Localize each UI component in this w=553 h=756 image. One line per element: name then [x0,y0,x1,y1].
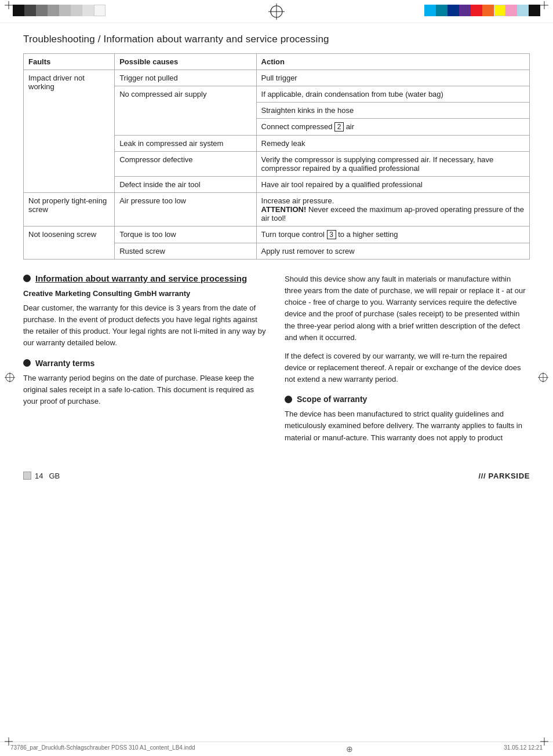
crosshair-center: ⊕ [346,744,353,754]
file-name: 73786_par_Druckluft-Schlagschrauber PDSS… [10,744,195,754]
fault-cell: Not loosening screw [24,227,115,260]
col-header-faults: Faults [24,54,115,70]
action-cell: Increase air pressure. ATTENTION! Never … [256,193,529,227]
attention-label: ATTENTION! [261,205,307,214]
file-info-bar: 73786_par_Druckluft-Schlagschrauber PDSS… [0,742,553,756]
warranty-terms-body: The warranty period begins on the date o… [23,372,268,407]
left-reg-mark [5,372,15,384]
warranty-terms-heading-text: Warranty terms [35,359,94,368]
right-reg-mark [538,372,548,384]
scope-heading: Scope of warranty [285,395,530,404]
cause-cell: Air pressure too low [115,193,256,227]
page-number: 14 [35,472,43,480]
right-col-body-1: Should this device show any fault in mat… [285,273,530,344]
col-header-causes: Possible causes [115,54,256,70]
bullet-icon-2 [23,359,31,367]
action-cell: If applicable, drain condensation from t… [256,86,529,103]
cause-cell: Torque is too low [115,227,256,243]
warranty-section: Information about warranty and service p… [23,273,530,451]
bullet-icon [23,275,31,282]
cause-cell: Defect inside the air tool [115,177,256,193]
action-cell: Have air tool repaired by a qualified pr… [256,177,529,193]
fault-cell: Impact driver not working [24,70,115,193]
action-cell: Straighten kinks in the hose [256,103,529,119]
crosshair-icon [268,3,285,20]
page-footer: 14 GB /// PARKSIDE [0,467,553,484]
action-cell: Verify the compressor is supplying compr… [256,152,529,177]
warranty-left-col: Information about warranty and service p… [23,273,268,451]
scope-heading-text: Scope of warranty [297,395,367,404]
action-cell: Connect compressed 2 air [256,119,529,136]
cause-cell: Rusted screw [115,243,256,260]
action-cell: Remedy leak [256,136,529,152]
right-col-body-2: If the defect is covered by our warranty… [285,350,530,385]
warranty-right-col: Should this device show any fault in mat… [285,273,530,451]
warranty-terms-heading: Warranty terms [23,359,268,368]
warranty-sub-heading: Creative Marketing Consulting GmbH warra… [23,289,268,298]
troubleshooting-table: Faults Possible causes Action Impact dri… [23,53,530,260]
cause-cell: Trigger not pulled [115,70,256,86]
cause-cell: Leak in compressed air system [115,136,256,152]
scope-body: The device has been manufactured to stri… [285,408,530,443]
action-cell: Apply rust remover to screw [256,243,529,260]
table-row: Not loosening screw Torque is too low Tu… [24,227,530,243]
bullet-icon-3 [285,396,292,403]
action-cell: Turn torque control 3 to a higher settin… [256,227,529,243]
page-title: Troubleshooting / Information about warr… [23,34,530,45]
action-cell: Pull trigger [256,70,529,86]
parkside-brand: /// PARKSIDE [479,472,530,480]
step-number-2: 2 [334,122,344,132]
table-row: Impact driver not working Trigger not pu… [24,70,530,86]
fault-cell: Not properly tight-ening screw [24,193,115,227]
table-row: Not properly tight-ening screw Air press… [24,193,530,227]
bottom-right-cropmark [540,737,548,746]
file-date: 31.05.12 12:21 [504,744,543,754]
page-indicator-box [23,472,31,480]
cause-cell: No compressed air supply [115,86,256,136]
bottom-left-cropmark [5,737,13,746]
warranty-body-1: Dear customer, the warranty for this dev… [23,302,268,349]
locale-label: GB [49,472,60,480]
warranty-main-heading: Information about warranty and service p… [23,273,268,283]
warranty-heading-text: Information about warranty and service p… [35,273,247,283]
step-number-3: 3 [327,230,336,239]
col-header-action: Action [256,54,529,70]
cause-cell: Compressor defective [115,152,256,177]
